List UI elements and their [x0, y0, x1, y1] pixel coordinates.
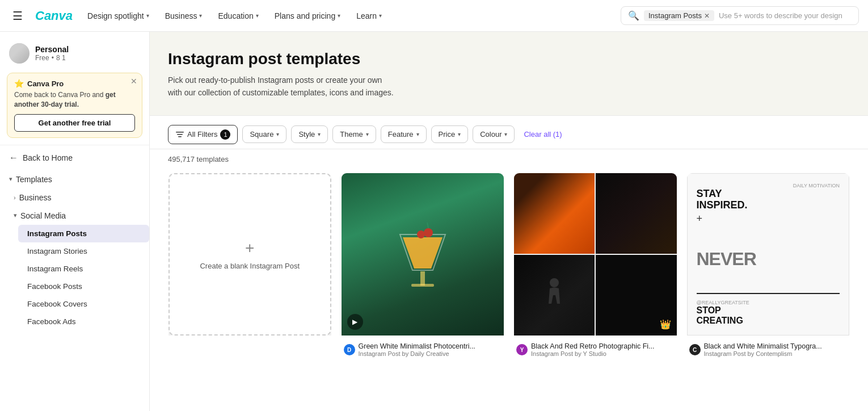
create-blank-card[interactable]: + Create a blank Instagram Post [168, 173, 332, 360]
template-info-dark: Y Black And Red Retro Photographic Fi...… [514, 335, 677, 359]
svg-point-8 [550, 278, 559, 287]
create-blank-thumb: + Create a blank Instagram Post [168, 173, 331, 336]
square-filter-button[interactable]: Square ▾ [242, 125, 286, 143]
template-name-cocktail: Green White Minimalist Photocentri... [359, 342, 475, 350]
canva-logo[interactable]: Canva [35, 9, 73, 23]
dark-cell-2 [596, 173, 676, 254]
chevron-down-icon: ▾ [14, 212, 17, 219]
social-media-sub-items: Instagram Posts Instagram Stories Instag… [9, 225, 149, 330]
sidebar-item-instagram-reels[interactable]: Instagram Reels [18, 260, 149, 278]
template-card-dark[interactable]: 👑 Y Black And Red Retro Photographic Fi.… [513, 173, 677, 360]
nav-business[interactable]: Business ▾ [159, 8, 208, 24]
plus-symbol: + [697, 213, 840, 225]
filter-icon [175, 130, 184, 139]
nav-education[interactable]: Education ▾ [212, 8, 264, 24]
template-by-light-text: Instagram Post by Contemplism [704, 350, 822, 357]
nav-plans-pricing[interactable]: Plans and pricing ▾ [269, 8, 346, 24]
nav-design-spotlight[interactable]: Design spotlight ▾ [82, 8, 155, 24]
template-avatar-dark: Y [516, 344, 528, 355]
divider-line [697, 293, 840, 297]
price-filter-button[interactable]: Price ▾ [431, 125, 469, 143]
dark-cell-3 [514, 255, 595, 335]
profile-section[interactable]: Personal Free • 8 1 [0, 36, 149, 68]
sidebar-item-facebook-covers[interactable]: Facebook Covers [18, 295, 149, 313]
chevron-down-icon: ▾ [9, 175, 12, 183]
filter-bar: All Filters 1 Square ▾ Style ▾ Theme ▾ F… [150, 116, 868, 149]
svg-rect-3 [420, 271, 425, 286]
template-avatar-cocktail: D [344, 344, 355, 355]
template-info-cocktail: D Green White Minimalist Photocentri... … [342, 335, 504, 359]
nav-learn[interactable]: Learn ▾ [351, 8, 387, 24]
search-tag: Instagram Posts ✕ [644, 10, 714, 21]
search-bar[interactable]: 🔍 Instagram Posts ✕ Use 5+ words to desc… [621, 6, 859, 25]
svg-rect-2 [178, 136, 182, 137]
page-title: Instagram post templates [168, 50, 850, 68]
cocktail-svg [389, 215, 457, 294]
banner-description: Come back to Canva Pro and get another 3… [14, 90, 135, 110]
play-button[interactable]: ▶ [347, 314, 363, 330]
template-card-light-text[interactable]: DAILY MOTIVATION STAYINSPIRED. + NEVER @… [686, 173, 850, 360]
sidebar-item-instagram-stories[interactable]: Instagram Stories [18, 242, 149, 260]
search-icon: 🔍 [628, 10, 639, 21]
template-thumb-dark: 👑 [514, 173, 677, 336]
plus-icon: + [245, 239, 254, 257]
arrow-left-icon: ← [9, 153, 18, 163]
template-by-dark: Instagram Post by Y Studio [531, 350, 654, 357]
hamburger-menu-icon[interactable]: ☰ [9, 6, 26, 26]
template-name-dark: Black And Red Retro Photographic Fi... [531, 342, 654, 350]
chevron-down-icon: ▾ [256, 12, 259, 19]
all-filters-button[interactable]: All Filters 1 [168, 125, 238, 144]
main-content: Instagram post templates Pick out ready-… [150, 32, 868, 411]
svg-point-5 [424, 228, 433, 237]
chevron-down-icon: ▾ [504, 131, 507, 137]
sidebar-item-instagram-posts[interactable]: Instagram Posts [18, 225, 149, 242]
dark-photo-grid [514, 173, 677, 336]
template-name-light-text: Black and White Minimalist Typogra... [704, 342, 822, 350]
svg-line-7 [427, 223, 428, 228]
get-free-trial-button[interactable]: Get another free trial [14, 114, 135, 132]
feature-filter-button[interactable]: Feature ▾ [381, 125, 427, 143]
stop-creating-text: STOPCREATING [697, 305, 840, 326]
clear-all-button[interactable]: Clear all (1) [521, 126, 564, 142]
stay-inspired-text: STAYINSPIRED. [697, 188, 840, 211]
search-tag-remove[interactable]: ✕ [704, 12, 710, 20]
banner-title: ⭐ Canva Pro [14, 79, 135, 88]
site-tag: @REALLYGREATSITE [697, 300, 840, 305]
template-thumb-cocktail: ▶ [342, 173, 504, 336]
svg-rect-0 [176, 132, 184, 133]
template-meta-dark: Y Black And Red Retro Photographic Fi...… [516, 342, 675, 357]
sidebar: Personal Free • 8 1 ✕ ⭐ Canva Pro Come b… [0, 32, 150, 411]
templates-section-header[interactable]: ▾ Templates [0, 170, 149, 188]
templates-sub-items: › Business ▾ Social Media Instagram Post… [0, 188, 149, 330]
sidebar-item-facebook-posts[interactable]: Facebook Posts [18, 278, 149, 295]
templates-section: ▾ Templates › Business ▾ Social Media In… [0, 168, 149, 333]
cocktail-overlay [342, 173, 504, 336]
create-blank-area[interactable]: + Create a blank Instagram Post [168, 173, 331, 336]
filter-count-badge: 1 [220, 129, 230, 140]
hero-banner: Instagram post templates Pick out ready-… [150, 32, 868, 116]
chevron-down-icon: ▾ [199, 12, 202, 19]
colour-filter-button[interactable]: Colour ▾ [473, 125, 515, 143]
profile-sub: Free • 8 1 [35, 54, 69, 62]
profile-info: Personal Free • 8 1 [35, 45, 69, 62]
template-card-cocktail[interactable]: ▶ D Green White Minimalist Photocentri..… [341, 173, 505, 360]
template-meta-cocktail: D Green White Minimalist Photocentri... … [344, 342, 502, 357]
theme-filter-button[interactable]: Theme ▾ [332, 125, 376, 143]
chevron-down-icon: ▾ [366, 131, 369, 137]
banner-close-button[interactable]: ✕ [130, 77, 137, 86]
template-avatar-light-text: C [689, 344, 701, 355]
crown-icon: 👑 [660, 319, 671, 330]
templates-count: 495,717 templates [150, 149, 868, 166]
hero-description: Pick out ready-to-publish Instagram post… [168, 74, 508, 99]
never-text: NEVER [697, 250, 840, 268]
dark-cell-1 [514, 173, 595, 254]
sidebar-item-facebook-ads[interactable]: Facebook Ads [18, 313, 149, 330]
star-icon: ⭐ [14, 79, 24, 88]
style-filter-button[interactable]: Style ▾ [291, 125, 328, 143]
business-item[interactable]: › Business [9, 188, 149, 207]
social-media-header[interactable]: ▾ Social Media [9, 207, 149, 225]
svg-rect-4 [411, 284, 434, 287]
back-to-home-item[interactable]: ← Back to Home [0, 148, 149, 168]
chevron-down-icon: ▾ [146, 12, 149, 19]
svg-rect-1 [177, 134, 183, 135]
